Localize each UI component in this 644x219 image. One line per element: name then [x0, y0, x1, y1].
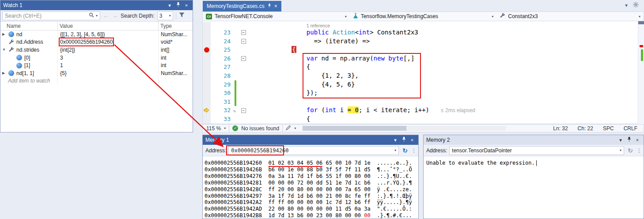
column-header-value[interactable]: Value — [58, 22, 159, 30]
breakpoint-margin[interactable] — [203, 72, 211, 80]
watch-value-cell[interactable]: {[[1, 2, 3], [4, 5, 6]]} — [58, 30, 159, 38]
code-line[interactable]: 26− var nd = np.array(new byte[,] — [203, 54, 644, 63]
code-editor[interactable]: 1 reference23− public Action<int> Consta… — [202, 21, 644, 124]
watch-value-cell[interactable]: 3 — [58, 54, 159, 62]
line-ending-indicator[interactable]: CRLF — [624, 125, 637, 132]
watch-value-cell[interactable]: 1 — [58, 61, 159, 69]
zoom-chevron-icon[interactable]: ▾ — [224, 126, 226, 130]
type-dropdown[interactable]: Tensorflow.MemoryTestingCases ▾ — [350, 12, 497, 21]
address-input[interactable]: tensor.TensorDataPointer ▾ — [449, 146, 624, 155]
breakpoint-margin[interactable] — [203, 28, 211, 37]
fold-collapse-icon[interactable]: − — [241, 30, 246, 35]
health-check-icon[interactable]: ✓ — [232, 125, 238, 131]
code-line[interactable]: 32✎− for (int i = 0; i < iterate; i++)≤ … — [203, 106, 644, 115]
code-line[interactable]: 31 — [203, 98, 644, 106]
issues-status[interactable]: No issues found — [241, 125, 279, 132]
expander-icon[interactable]: ▶ — [2, 32, 8, 36]
watch-value-cell[interactable]: {int[2]} — [58, 46, 159, 54]
memory2-titlebar[interactable]: Memory 2 ▾ × — [424, 135, 644, 145]
search-input[interactable]: Search (Ctrl+E) ▾ — [2, 11, 100, 20]
project-dropdown[interactable]: C# TensorFlowNET.Console ▾ — [203, 12, 350, 21]
watch-row[interactable]: nd.Address0x000002556b194260void* — [0, 38, 193, 46]
fold-collapse-icon[interactable]: − — [241, 108, 246, 113]
watch-row[interactable]: ▶nd[1, 1]{5}NumShar... — [0, 69, 193, 77]
breakpoint-margin[interactable] — [203, 98, 211, 106]
gear-icon[interactable] — [633, 2, 639, 9]
tab-list-chevron-icon[interactable]: ▾ — [625, 2, 628, 8]
breakpoint-margin[interactable] — [203, 37, 211, 46]
code-line[interactable]: 24− => (iterate) => — [203, 37, 644, 46]
window-position-menu-icon[interactable]: ▾ — [392, 136, 399, 143]
window-position-menu-icon[interactable]: ▾ — [617, 136, 624, 143]
breakpoint-icon[interactable] — [204, 47, 209, 53]
memory-row[interactable]: 0x000002556B194297 3a 1f 7d 1d b6 00 21 … — [205, 193, 418, 200]
memory1-rows[interactable]: 0x000002556B194260 01 02 03 04 05 06 65 … — [203, 156, 418, 219]
search-options-chevron-icon[interactable]: ▾ — [96, 14, 98, 18]
expander-icon[interactable]: ▶ — [2, 71, 8, 75]
pin-icon[interactable] — [400, 136, 407, 144]
breakpoint-margin[interactable] — [203, 89, 211, 98]
chevron-down-icon[interactable]: ▾ — [620, 148, 621, 152]
watch-row[interactable]: Add item to watch — [0, 77, 193, 85]
codelens-references[interactable]: 1 reference — [307, 23, 330, 28]
memory-row[interactable]: 0x000002556B194260 01 02 03 04 05 06 65 … — [205, 160, 418, 166]
memory2-message[interactable]: Unable to evaluate the expression. — [424, 156, 644, 170]
code-line[interactable]: 33 { — [203, 115, 644, 124]
code-line[interactable]: 23− public Action<int> Constant2x3 — [203, 28, 644, 37]
line-indicator[interactable]: Ln: 32 — [553, 125, 568, 132]
code-line[interactable]: 27 { — [203, 63, 644, 72]
toolbar-overflow-icon[interactable]: ⋮ — [636, 147, 641, 154]
close-icon[interactable]: × — [409, 136, 416, 143]
code-line[interactable]: 25 { — [203, 45, 644, 54]
memory-row[interactable]: 0x000002556B1942B8 1d 7d 13 b6 00 23 00 … — [205, 212, 418, 219]
pin-icon[interactable] — [268, 3, 271, 10]
search-prev-icon[interactable]: ← — [103, 12, 109, 19]
search-depth-select[interactable]: 3 ▾ — [157, 11, 173, 20]
fold-collapse-icon[interactable]: − — [241, 39, 246, 44]
watch-row[interactable]: ▼nd.strides{int[2]}int[] — [0, 46, 193, 54]
issue-filter-chevron-icon[interactable]: ▾ — [294, 126, 296, 130]
memory-row[interactable]: 0x000002556B1942AD 22 00 80 00 00 00 00 … — [205, 206, 418, 212]
search-next-icon[interactable]: → — [112, 12, 118, 19]
memory-row[interactable]: 0x000002556B194281 00 00 00 72 00 dd 51 … — [205, 180, 418, 186]
chevron-down-icon[interactable]: ▾ — [394, 148, 396, 152]
watch-row[interactable]: [1]1int — [0, 61, 193, 69]
horizontal-scrollbar-thumb[interactable] — [303, 126, 406, 131]
memory-row[interactable]: 0x000002556B1942A2 ff ff 00 00 00 00 1c … — [205, 199, 418, 206]
memory1-titlebar[interactable]: Memory 1 ▾ × — [203, 135, 418, 145]
watch-value-cell[interactable]: 0x000002556b194260 — [58, 38, 159, 46]
watch-row[interactable]: ▶nd{[[1, 2, 3], [4, 5, 6]]}NumShar... — [0, 30, 193, 38]
breakpoint-margin[interactable] — [203, 80, 211, 89]
pin-icon[interactable] — [174, 2, 182, 9]
zoom-level[interactable]: 115 % — [206, 125, 221, 132]
memory-row[interactable]: 0x000002556B194276 0a 3a 11 7d 1f b6 55 … — [205, 173, 418, 180]
vertical-scrollbar[interactable] — [638, 21, 644, 124]
refresh-icon[interactable]: ↻ — [401, 147, 409, 154]
column-header-name[interactable]: Name — [0, 22, 58, 30]
breakpoint-margin[interactable] — [203, 45, 211, 54]
member-dropdown[interactable]: Constant2x3 ▾ — [496, 12, 644, 21]
code-line[interactable]: 28 {1, 2, 3}, — [203, 72, 644, 80]
toolbar-overflow-icon[interactable]: ⋮ — [411, 147, 416, 154]
breakpoint-margin[interactable] — [203, 63, 211, 72]
space-mode-indicator[interactable]: SPC — [603, 125, 614, 132]
close-icon[interactable]: × — [274, 3, 277, 9]
close-icon[interactable]: × — [634, 136, 641, 143]
horizontal-scrollbar[interactable] — [303, 126, 506, 131]
expander-icon[interactable]: ▼ — [2, 48, 8, 52]
watch-value-cell[interactable]: {5} — [58, 69, 159, 77]
watch-titlebar[interactable]: Watch 1 ▾ × — [0, 0, 193, 10]
memory-row[interactable]: 0x000002556B19428C ff 20 00 80 00 00 00 … — [205, 186, 418, 193]
code-line[interactable]: 29 {4, 5, 6} — [203, 80, 644, 89]
window-position-menu-icon[interactable]: ▾ — [166, 2, 173, 9]
filter-icon[interactable] — [179, 12, 185, 19]
memory-row[interactable]: 0x000002556B19426B b6 00 1e 00 88 b0 3f … — [205, 166, 418, 173]
close-icon[interactable]: × — [183, 2, 190, 9]
watch-row[interactable]: [0]3int — [0, 54, 193, 62]
fold-collapse-icon[interactable]: − — [241, 56, 246, 61]
tab-memorytestingcases[interactable]: MemoryTestingCases.cs × — [203, 1, 281, 11]
code-line[interactable]: 30 }); — [203, 89, 644, 98]
splitter-grip[interactable] — [638, 21, 644, 24]
column-header-type[interactable]: Type — [159, 22, 193, 30]
address-input[interactable]: 0x000002556B194260 ▾ — [228, 146, 399, 155]
